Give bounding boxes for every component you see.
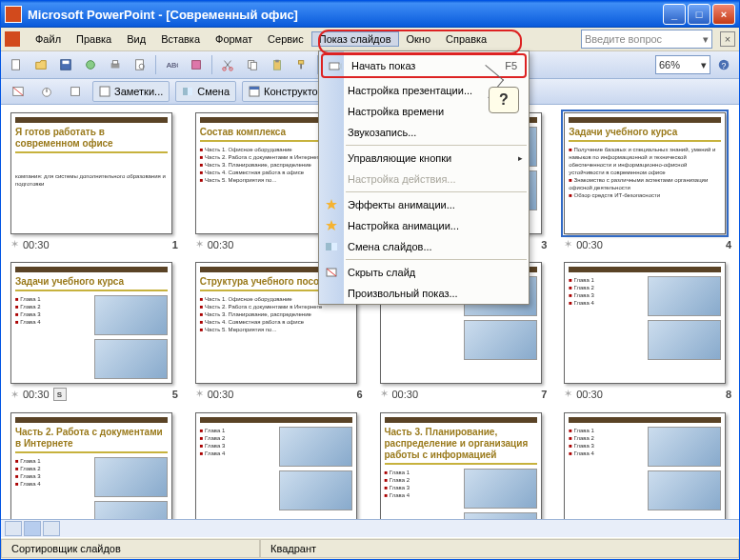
menu-animation-effects[interactable]: Эффекты анимации... bbox=[319, 194, 529, 215]
menu-window[interactable]: Окно bbox=[399, 31, 439, 47]
slide-time: 00:30 bbox=[576, 239, 603, 250]
menu-hide-slide[interactable]: Скрыть слайд bbox=[319, 262, 529, 283]
slide-thumb-12[interactable]: Глава 1Глава 2Глава 3Глава 4✶12 bbox=[564, 412, 731, 519]
transition-icon: ✶ bbox=[10, 238, 19, 250]
open-button[interactable] bbox=[30, 53, 52, 76]
svg-rect-26 bbox=[183, 88, 188, 95]
menu-custom-show[interactable]: Произвольный показ... bbox=[319, 283, 529, 304]
svg-rect-25 bbox=[100, 87, 110, 96]
new-button[interactable] bbox=[5, 53, 28, 76]
svg-rect-0 bbox=[12, 60, 20, 70]
transition-icon: ✶ bbox=[195, 238, 204, 250]
hide-slide-icon bbox=[324, 265, 339, 280]
titlebar: Microsoft PowerPoint - [Современный офис… bbox=[1, 1, 739, 28]
menu-file[interactable]: Файл bbox=[28, 31, 69, 47]
transition-icon: ✶ bbox=[10, 389, 19, 401]
doc-icon bbox=[5, 31, 20, 47]
menu-action-buttons[interactable]: Управляющие кнопки bbox=[319, 148, 529, 169]
svg-rect-33 bbox=[326, 243, 331, 250]
svg-point-3 bbox=[87, 61, 95, 70]
slide-number: 3 bbox=[541, 239, 547, 250]
star-icon bbox=[324, 197, 339, 212]
preview-button[interactable] bbox=[129, 53, 151, 76]
slide-thumb-4[interactable]: Задачи учебного курсаПолучение базовых и… bbox=[564, 112, 731, 250]
projector-icon bbox=[328, 58, 343, 73]
close-doc-button[interactable]: × bbox=[720, 31, 735, 47]
svg-rect-9 bbox=[192, 61, 201, 70]
paste-button[interactable] bbox=[266, 53, 289, 76]
slide-time: 00:30 bbox=[576, 389, 603, 400]
slideshow-view-button[interactable] bbox=[43, 521, 60, 536]
slide-time: 00:30 bbox=[208, 239, 234, 250]
svg-text:ABC: ABC bbox=[167, 61, 178, 70]
chevron-down-icon: ▾ bbox=[701, 59, 707, 71]
transition-icon bbox=[324, 239, 339, 254]
save-button[interactable] bbox=[54, 53, 77, 76]
summary-button[interactable] bbox=[64, 80, 87, 103]
menu-action-settings: Настройка действия... bbox=[319, 169, 529, 190]
statusbar: Сортировщик слайдов Квадрант bbox=[1, 537, 739, 559]
zoom-box[interactable]: 66%▾ bbox=[655, 55, 710, 74]
menu-insert[interactable]: Вставка bbox=[153, 31, 208, 47]
slide-number: 8 bbox=[726, 389, 731, 400]
svg-rect-27 bbox=[188, 88, 192, 95]
menu-slideshow[interactable]: Показ слайдов bbox=[311, 31, 399, 47]
slide-thumb-1[interactable]: Я готов работать в современном офисекомп… bbox=[10, 112, 178, 250]
chevron-down-icon: ▾ bbox=[703, 33, 709, 46]
svg-rect-24 bbox=[71, 88, 80, 96]
svg-rect-34 bbox=[331, 243, 337, 250]
slide-thumb-9[interactable]: Часть 2. Работа с документами в Интернет… bbox=[10, 412, 178, 519]
rehearse-button[interactable] bbox=[35, 80, 58, 103]
status-center: Квадрант bbox=[260, 539, 739, 558]
svg-rect-13 bbox=[250, 62, 256, 70]
help-balloon[interactable]: ? bbox=[489, 87, 519, 113]
help-button[interactable]: ? bbox=[712, 53, 735, 76]
transition-button[interactable]: Смена bbox=[175, 81, 236, 102]
notes-button[interactable]: Заметки... bbox=[92, 81, 170, 102]
svg-rect-17 bbox=[300, 64, 302, 69]
minimize-button[interactable]: _ bbox=[663, 4, 686, 25]
slide-time: 00:30 bbox=[392, 389, 419, 400]
research-button[interactable] bbox=[185, 53, 208, 76]
slide-number: 7 bbox=[541, 389, 547, 400]
svg-rect-5 bbox=[112, 61, 117, 65]
menu-custom-animation[interactable]: Настройка анимации... bbox=[319, 215, 529, 236]
menubar: Файл Правка Вид Вставка Формат Сервис По… bbox=[1, 28, 739, 51]
slide-thumb-5[interactable]: Задачи учебного курсаГлава 1Глава 2Глава… bbox=[10, 262, 178, 401]
menu-tools[interactable]: Сервис bbox=[260, 31, 311, 47]
cut-button[interactable] bbox=[216, 53, 239, 76]
menu-edit[interactable]: Правка bbox=[69, 31, 119, 47]
view-switch-bar bbox=[1, 519, 739, 537]
menu-view[interactable]: Вид bbox=[119, 31, 153, 47]
slide-thumb-8[interactable]: Глава 1Глава 2Глава 3Глава 4✶00:308 bbox=[564, 262, 731, 401]
svg-rect-15 bbox=[275, 60, 279, 63]
transition-icon: ✶ bbox=[380, 388, 389, 400]
slide-thumb-10[interactable]: Глава 1Глава 2Глава 3Глава 4✶10 bbox=[195, 412, 363, 519]
slide-time: 00:30 bbox=[23, 389, 50, 400]
format-painter-button[interactable] bbox=[290, 53, 313, 76]
normal-view-button[interactable] bbox=[5, 521, 22, 536]
star-gear-icon bbox=[324, 218, 339, 233]
print-button[interactable] bbox=[104, 53, 127, 76]
animation-badge: S bbox=[53, 388, 67, 401]
svg-text:?: ? bbox=[721, 61, 726, 70]
permission-button[interactable] bbox=[79, 53, 102, 76]
menu-record-narration[interactable]: Звукозапись... bbox=[319, 122, 529, 143]
svg-rect-32 bbox=[330, 63, 339, 70]
transition-icon: ✶ bbox=[564, 388, 572, 400]
sorter-view-button[interactable] bbox=[24, 521, 41, 536]
menu-format[interactable]: Формат bbox=[208, 31, 260, 47]
ask-question-box[interactable]: Введите вопрос ▾ bbox=[581, 30, 712, 49]
slide-number: 5 bbox=[172, 389, 178, 400]
menu-help[interactable]: Справка bbox=[438, 31, 494, 47]
hide-slide-button[interactable] bbox=[7, 80, 30, 103]
maximize-button[interactable]: □ bbox=[688, 4, 710, 25]
slide-thumb-11[interactable]: Часть 3. Планирование, распределение и о… bbox=[380, 412, 548, 519]
copy-button[interactable] bbox=[241, 53, 264, 76]
slide-time: 00:30 bbox=[23, 239, 50, 250]
svg-rect-29 bbox=[250, 87, 259, 90]
close-button[interactable]: × bbox=[712, 4, 735, 25]
menu-slide-transition[interactable]: Смена слайдов... bbox=[319, 236, 529, 257]
svg-rect-2 bbox=[63, 61, 70, 65]
spellcheck-button[interactable]: ABC bbox=[160, 53, 183, 76]
